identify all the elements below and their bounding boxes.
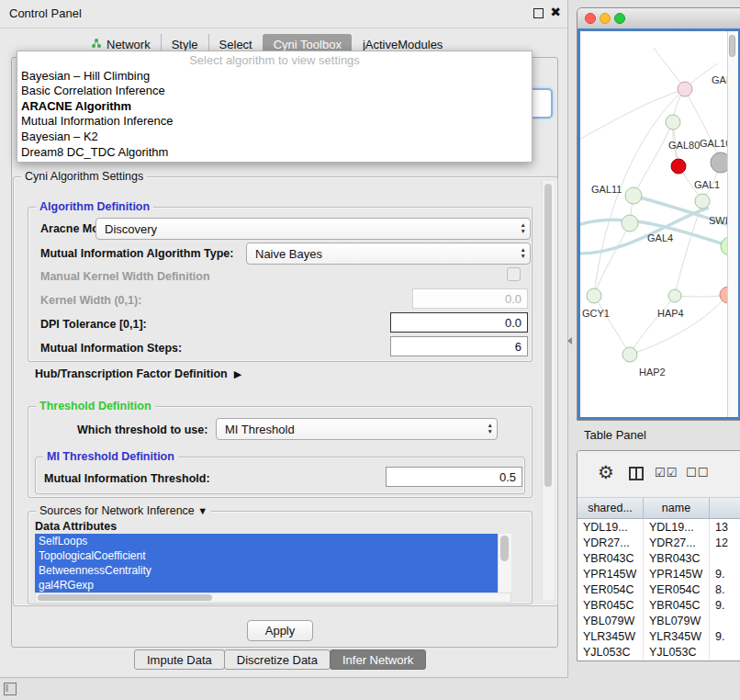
columns-icon[interactable] <box>629 467 644 480</box>
network-node[interactable] <box>587 288 601 303</box>
table-row[interactable]: YBR045CYBR045C9. <box>577 597 740 613</box>
network-vertical-scrollbar[interactable] <box>727 31 738 417</box>
table-cell: YBR045C <box>644 597 710 613</box>
close-traffic-light-icon[interactable] <box>585 13 596 24</box>
attributes-hscroll-thumb[interactable] <box>38 594 212 601</box>
gear-icon[interactable]: ⚙ <box>598 463 614 481</box>
network-node[interactable] <box>711 152 728 173</box>
network-node-label: GAL1 <box>694 179 720 190</box>
table-column-header[interactable]: name <box>644 498 710 518</box>
panel-title: Control Panel <box>9 6 82 20</box>
data-attributes-list[interactable]: SelfLoopsTopologicalCoefficientBetweenne… <box>35 534 511 593</box>
network-node[interactable] <box>622 347 637 362</box>
attribute-list-item[interactable]: BetweennessCentrality <box>35 563 499 578</box>
network-scrollbar-thumb[interactable] <box>729 35 735 57</box>
hub-definition-disclosure[interactable]: Hub/Transcription Factor Definition ▶ <box>35 367 241 380</box>
table-cell: YBR043C <box>577 550 644 566</box>
chevron-right-icon[interactable]: ▶ <box>234 368 241 380</box>
aracne-mode-value: Discovery <box>105 222 157 236</box>
threshold-definition-title: Threshold Definition <box>36 400 155 412</box>
mi-steps-field[interactable]: 6 <box>390 336 528 356</box>
float-panel-icon[interactable] <box>533 8 544 18</box>
dpi-tolerance-field[interactable]: 0.0 <box>390 312 528 333</box>
attribute-list-item[interactable]: SelfLoops <box>35 534 499 548</box>
attributes-vscroll-thumb[interactable] <box>500 536 509 561</box>
mi-type-value: Naive Bayes <box>255 247 322 261</box>
table-cell: YBL079W <box>644 613 710 628</box>
zoom-traffic-light-icon[interactable] <box>614 13 625 24</box>
settings-scrollbar-thumb[interactable] <box>544 184 552 487</box>
network-node[interactable] <box>671 159 686 174</box>
attributes-horizontal-scrollbar[interactable] <box>35 593 511 603</box>
algorithm-definition-title: Algorithm Definition <box>36 200 153 213</box>
network-node[interactable] <box>666 115 680 130</box>
network-node[interactable] <box>678 82 692 96</box>
algorithm-option[interactable]: Bayesian – Hill Climbing <box>17 69 532 85</box>
which-threshold-combo[interactable]: MI Threshold ▲▼ <box>216 418 498 440</box>
tab-impute-data[interactable]: Impute Data <box>134 649 225 670</box>
sources-group-title: Sources for Network Inference ▼ <box>36 504 211 517</box>
network-node[interactable] <box>668 289 681 302</box>
table-cell: YBR043C <box>644 550 710 566</box>
table-cell: YLR345W <box>577 628 644 644</box>
table-row[interactable]: YPR145WYPR145W9. <box>577 566 740 581</box>
attribute-list-item[interactable]: TopologicalCoefficient <box>35 548 499 563</box>
dpi-tolerance-label: DPI Tolerance [0,1]: <box>40 318 147 331</box>
table-cell: YBR045C <box>577 597 644 613</box>
table-cell: 9. <box>710 628 740 644</box>
table-row[interactable]: YDL19...YDL19...13 <box>577 519 740 535</box>
data-attributes-label: Data Attributes <box>35 520 117 533</box>
close-icon[interactable]: ✖ <box>550 5 561 19</box>
splitter-collapse-icon[interactable] <box>567 337 572 344</box>
table-cell: YLR345W <box>644 628 710 644</box>
network-node-label: HAP4 <box>657 308 684 319</box>
network-node[interactable] <box>622 215 638 231</box>
network-canvas[interactable]: GAL7GAL80GAL10GAL11GAL1SWI4GAL4GCY1HAP4H… <box>580 31 728 416</box>
mi-type-combo[interactable]: Naive Bayes ▲▼ <box>246 243 531 265</box>
select-all-checkboxes-icon[interactable]: ☑☑ <box>655 466 678 480</box>
network-node[interactable] <box>625 187 642 204</box>
network-node[interactable] <box>695 194 710 209</box>
table-column-header[interactable]: shared... <box>577 498 644 518</box>
table-row[interactable]: YBL079WYBL079W <box>577 613 740 628</box>
algorithm-option[interactable]: ARACNE Algorithm <box>17 99 532 115</box>
table-cell <box>710 550 740 566</box>
table-row[interactable]: YLR345WYLR345W9. <box>577 628 740 644</box>
settings-scrollbar[interactable] <box>542 181 555 600</box>
kernel-width-label: Kernel Width (0,1): <box>40 294 141 307</box>
kernel-width-field[interactable]: 0.0 <box>412 288 528 309</box>
attributes-vertical-scrollbar[interactable] <box>498 534 511 593</box>
algorithm-placeholder: Select algorithm to view settings <box>17 53 532 69</box>
network-node-label: GCY1 <box>582 308 610 319</box>
attribute-list-item[interactable]: gal4RGexp <box>35 578 499 593</box>
mi-steps-label: Mutual Information Steps: <box>40 342 182 355</box>
deselect-all-checkboxes-icon[interactable]: ☐☐ <box>686 466 709 480</box>
network-node-label: GAL11 <box>591 184 622 195</box>
table-row[interactable]: YER054CYER054C8. <box>577 581 740 597</box>
which-threshold-value: MI Threshold <box>225 423 295 436</box>
mi-type-label: Mutual Information Algorithm Type: <box>40 247 233 260</box>
apply-button[interactable]: Apply <box>247 620 313 641</box>
network-node-label: GAL80 <box>668 140 700 151</box>
algorithm-option[interactable]: Bayesian – K2 <box>17 130 532 145</box>
chevron-down-icon[interactable]: ▼ <box>197 505 207 516</box>
table-row[interactable]: YDR27...YDR27...12 <box>577 535 740 550</box>
table-column-header[interactable] <box>710 498 740 518</box>
aracne-mode-combo[interactable]: Discovery ▲▼ <box>95 218 531 240</box>
algorithm-option[interactable]: Dream8 DC_TDC Algorithm <box>17 145 532 161</box>
algorithm-option[interactable]: Basic Correlation Inference <box>17 84 532 99</box>
minimized-panel-icon[interactable] <box>4 683 17 695</box>
table-cell: YBL079W <box>577 613 644 628</box>
tab-discretize-data[interactable]: Discretize Data <box>224 649 331 670</box>
table-cell <box>710 644 740 660</box>
tab-infer-network[interactable]: Infer Network <box>330 649 426 670</box>
mi-threshold-field[interactable]: 0.5 <box>386 467 522 487</box>
minimize-traffic-light-icon[interactable] <box>600 13 611 24</box>
algorithm-popup-list: Bayesian – Hill ClimbingBasic Correlatio… <box>17 69 532 161</box>
manual-kernel-checkbox[interactable] <box>507 267 521 281</box>
table-row[interactable]: YJL053CYJL053C <box>577 644 740 660</box>
algorithm-option[interactable]: Mutual Information Inference <box>17 114 532 130</box>
network-window-titlebar[interactable] <box>577 8 740 29</box>
table-row[interactable]: YBR043CYBR043C <box>577 550 740 566</box>
network-node-label: GAL10 <box>700 138 728 149</box>
